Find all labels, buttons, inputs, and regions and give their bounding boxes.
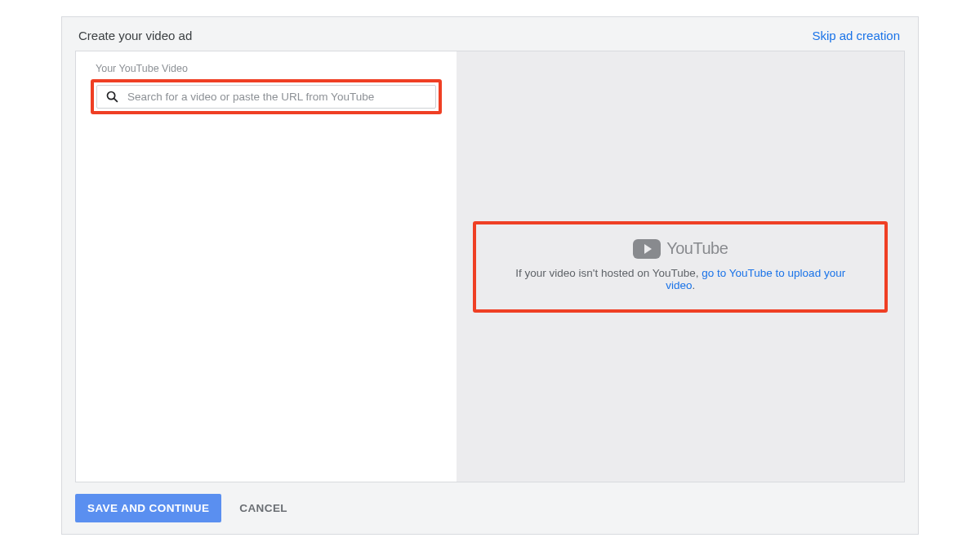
- youtube-logo: YouTube: [633, 239, 728, 259]
- svg-point-0: [107, 91, 114, 99]
- cancel-button[interactable]: CANCEL: [239, 502, 287, 514]
- video-search-field[interactable]: [96, 85, 436, 109]
- skip-ad-creation-link[interactable]: Skip ad creation: [812, 29, 900, 42]
- upload-hint: If your video isn't hosted on YouTube, g…: [499, 267, 862, 291]
- card-header: Create your video ad Skip ad creation: [75, 27, 905, 51]
- video-field-label: Your YouTube Video: [91, 63, 442, 74]
- right-panel: YouTube If your video isn't hosted on Yo…: [457, 51, 904, 482]
- svg-line-1: [114, 99, 118, 102]
- search-icon: [105, 90, 119, 104]
- left-panel: Your YouTube Video: [76, 51, 457, 482]
- search-highlight: [91, 79, 442, 114]
- upload-hint-suffix: .: [692, 279, 695, 291]
- content-panels: Your YouTube Video YouTube If you: [75, 51, 905, 482]
- upload-hint-prefix: If your video isn't hosted on YouTube,: [515, 267, 702, 279]
- youtube-play-icon: [633, 239, 661, 259]
- save-and-continue-button[interactable]: SAVE AND CONTINUE: [75, 494, 221, 522]
- ad-creation-card: Create your video ad Skip ad creation Yo…: [61, 16, 919, 535]
- youtube-logo-text: YouTube: [666, 239, 728, 258]
- youtube-upload-highlight: YouTube If your video isn't hosted on Yo…: [473, 221, 888, 313]
- video-search-input[interactable]: [127, 91, 429, 103]
- page-title: Create your video ad: [78, 29, 192, 42]
- card-footer: SAVE AND CONTINUE CANCEL: [75, 482, 905, 522]
